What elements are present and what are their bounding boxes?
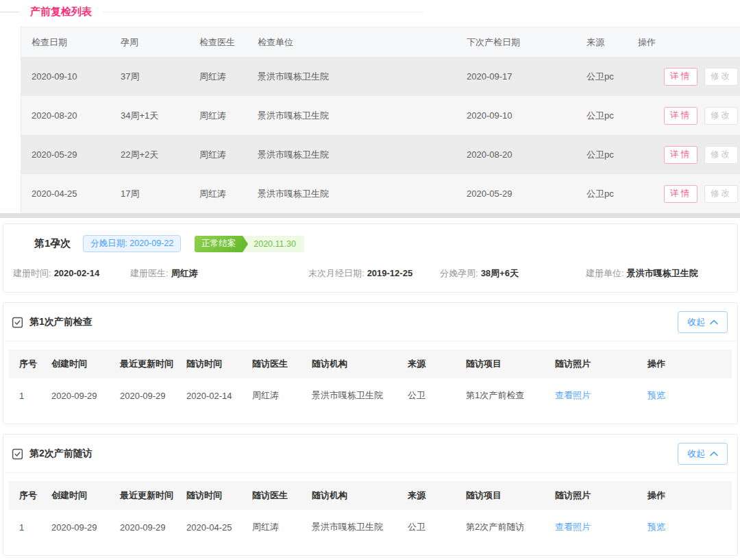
column-header-next-date: 下次产检日期 <box>456 36 576 49</box>
modify-button[interactable]: 修改 <box>704 68 738 86</box>
table-row: 2020-08-20 34周+1天 周红涛 景洪市嘎栋卫生院 2020-09-1… <box>21 96 740 135</box>
column-header-photos: 随访照片 <box>545 358 637 370</box>
cell-next-date: 2020-05-29 <box>456 188 576 199</box>
info-label: 末次月经日期: <box>308 268 365 278</box>
column-header-check-date: 检查日期 <box>21 36 110 49</box>
column-header-no: 序号 <box>9 489 41 502</box>
info-label: 建册时间: <box>13 268 51 278</box>
column-header-created: 创建时间 <box>41 489 110 502</box>
pregnancy-card: 第1孕次 分娩日期: 2020-09-22 正常结案 2020.11.30 建册… <box>3 223 738 293</box>
cell-project: 第1次产前检查 <box>456 389 545 402</box>
column-header-source: 来源 <box>397 358 456 370</box>
cell-visit-org: 景洪市嘎栋卫生院 <box>301 389 397 402</box>
cell-next-date: 2020-09-10 <box>456 110 576 121</box>
cell-visit-doctor: 周红涛 <box>242 521 301 533</box>
prenatal-records-page: { "colors": { "accent_pink": "#fb2e77", … <box>0 0 740 560</box>
cell-visit-doctor: 周红涛 <box>242 389 301 402</box>
title-divider-right <box>103 12 423 12</box>
cell-check-date: 2020-08-20 <box>21 110 110 121</box>
cell-visit-date: 2020-02-14 <box>176 391 242 401</box>
info-value: 2019-12-25 <box>367 268 413 278</box>
detail-button[interactable]: 详情 <box>664 107 698 125</box>
visit-table: 序号 创建时间 最近更新时间 随访时间 随访医生 随访机构 来源 随访项目 随访… <box>9 350 732 413</box>
cell-unit: 景洪市嘎栋卫生院 <box>247 188 456 200</box>
info-value: 周红涛 <box>171 268 198 278</box>
cell-next-date: 2020-09-17 <box>456 71 576 82</box>
column-header-source: 来源 <box>576 36 628 49</box>
info-label: 建册单位: <box>586 268 624 278</box>
visit-section-title: 第2次产前随访 <box>29 448 92 460</box>
modify-button[interactable]: 修改 <box>704 107 738 125</box>
cell-source: 公卫pc <box>576 149 628 161</box>
pregnancy-title-row: 第1孕次 分娩日期: 2020-09-22 正常结案 2020.11.30 <box>3 235 737 252</box>
info-label: 建册医生: <box>130 268 169 278</box>
cell-operations: 详情 修改 <box>628 68 740 86</box>
title-divider-left <box>0 12 19 12</box>
prenatal-list-table: 检查日期 孕周 检查医生 检查单位 下次产检日期 来源 操作 2020-09-1… <box>21 27 740 213</box>
visit-section-title: 第1次产前检查 <box>29 316 92 328</box>
cell-visit-org: 景洪市嘎栋卫生院 <box>301 521 397 533</box>
table-header-row: 检查日期 孕周 检查医生 检查单位 下次产检日期 来源 操作 <box>21 27 740 57</box>
ribbon-arrow-icon <box>243 236 248 252</box>
info-value: 38周+6天 <box>481 268 519 278</box>
cell-created: 2020-09-29 <box>41 391 110 401</box>
closure-date-badge: 2020.11.30 <box>243 236 304 252</box>
cell-created: 2020-09-29 <box>41 522 110 533</box>
doc-check-icon <box>12 448 23 460</box>
cell-gest-week: 17周 <box>110 188 189 200</box>
doc-check-icon <box>12 317 23 328</box>
collapse-button[interactable]: 收起 <box>678 311 728 333</box>
visit-section-header: 第1次产前检查 收起 <box>3 303 737 341</box>
column-header-visit-doctor: 随访医生 <box>242 489 301 502</box>
detail-button[interactable]: 详情 <box>664 146 698 164</box>
cell-source: 公卫pc <box>576 110 628 122</box>
cell-doctor: 周红涛 <box>189 149 247 161</box>
cell-no: 1 <box>9 391 41 401</box>
cell-operations: 详情 修改 <box>628 146 740 164</box>
modify-button[interactable]: 修改 <box>704 146 738 164</box>
cell-updated: 2020-09-29 <box>110 522 176 533</box>
closure-status-badge: 正常结案 <box>195 236 243 252</box>
pregnancy-title: 第1孕次 <box>34 237 71 250</box>
cell-source: 公卫 <box>397 389 456 402</box>
cell-gest-week: 37周 <box>110 71 189 83</box>
visit-section-card-1: 第1次产前检查 收起 序号 创建时间 最近更新时间 随访时间 随访医生 随访机构… <box>3 302 738 424</box>
table-row: 2020-04-25 17周 周红涛 景洪市嘎栋卫生院 2020-05-29 公… <box>21 174 740 213</box>
column-header-operations: 操作 <box>637 489 732 502</box>
visit-section-header: 第2次产前随访 收起 <box>3 435 737 473</box>
view-photos-link[interactable]: 查看照片 <box>555 390 591 400</box>
chevron-up-icon <box>710 319 718 325</box>
table-row: 2020-09-10 37周 周红涛 景洪市嘎栋卫生院 2020-09-17 公… <box>21 57 740 96</box>
pregnancy-info-row: 建册时间:2020-02-14 建册医生:周红涛 末次月经日期:2019-12-… <box>3 267 737 280</box>
column-header-visit-date: 随访时间 <box>176 358 242 370</box>
cell-visit-date: 2020-04-25 <box>176 522 242 533</box>
column-header-no: 序号 <box>9 358 41 370</box>
info-value: 2020-02-14 <box>54 268 100 278</box>
cell-source: 公卫 <box>397 521 456 533</box>
column-header-visit-date: 随访时间 <box>176 489 242 502</box>
column-header-created: 创建时间 <box>41 358 110 370</box>
modify-button[interactable]: 修改 <box>704 185 738 203</box>
info-item-last-menstrual: 末次月经日期:2019-12-25 <box>308 267 440 280</box>
list-title-row: 产前复检列表 <box>0 3 740 20</box>
detail-button[interactable]: 详情 <box>664 68 698 86</box>
visit-table-header-row: 序号 创建时间 最近更新时间 随访时间 随访医生 随访机构 来源 随访项目 随访… <box>9 481 732 510</box>
cell-next-date: 2020-08-20 <box>456 149 576 160</box>
cell-operations: 详情 修改 <box>628 185 740 203</box>
view-photos-link[interactable]: 查看照片 <box>555 522 591 532</box>
cell-gest-week: 34周+1天 <box>110 110 189 122</box>
detail-button[interactable]: 详情 <box>664 185 698 203</box>
cell-unit: 景洪市嘎栋卫生院 <box>247 71 456 83</box>
collapse-button[interactable]: 收起 <box>678 443 728 465</box>
preview-link[interactable]: 预览 <box>648 522 665 532</box>
delivery-date-tag: 分娩日期: 2020-09-22 <box>83 235 181 252</box>
cell-unit: 景洪市嘎栋卫生院 <box>247 110 456 122</box>
collapse-button-label: 收起 <box>687 316 705 328</box>
visit-section-card-2: 第2次产前随访 收起 序号 创建时间 最近更新时间 随访时间 随访医生 随访机构… <box>3 434 738 556</box>
collapse-button-label: 收起 <box>687 448 705 460</box>
column-header-unit: 检查单位 <box>247 36 456 49</box>
column-header-project: 随访项目 <box>456 358 545 370</box>
cell-no: 1 <box>9 522 41 533</box>
info-item-delivery-week: 分娩孕周:38周+6天 <box>440 267 586 280</box>
preview-link[interactable]: 预览 <box>648 390 665 400</box>
